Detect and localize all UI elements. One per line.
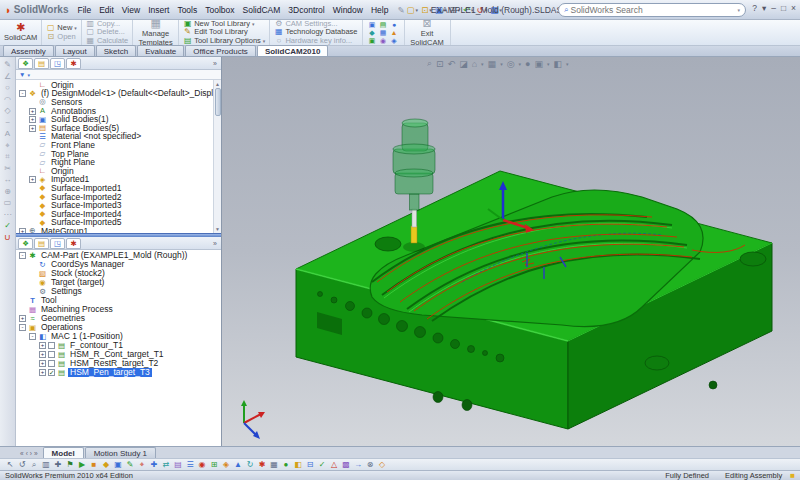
doc-tab-model[interactable]: Model <box>43 447 84 459</box>
expander-icon[interactable]: + <box>29 125 36 132</box>
text-tool-icon[interactable]: A <box>5 129 10 138</box>
menu-help[interactable]: Help <box>367 3 392 17</box>
expander-icon[interactable]: + <box>39 369 46 376</box>
expand-icon[interactable]: ⊞ <box>208 459 220 470</box>
tree-item-right-plane[interactable]: ▱Right Plane <box>16 158 221 167</box>
more-tools-icon[interactable]: ⋯ <box>4 210 12 219</box>
exit-group[interactable]: ⊠Exit SolidCAM <box>405 20 451 45</box>
layers-icon[interactable]: ▤ <box>172 459 184 470</box>
point-tool-icon[interactable]: ⌖ <box>5 141 10 150</box>
tree-item-sensors[interactable]: ◎Sensors <box>16 98 221 107</box>
help-dropdown[interactable]: ▾ <box>761 3 767 13</box>
offset-tool-icon[interactable]: ⊕ <box>4 187 11 196</box>
tab-office-products[interactable]: Office Products <box>185 45 256 56</box>
rectangle-tool-icon[interactable]: ▭ <box>4 198 12 207</box>
dropdown-icon[interactable]: ▾ <box>416 7 419 13</box>
tree-item-mategroup1[interactable]: +⊕MateGroup1 <box>16 227 221 233</box>
tab-sketch[interactable]: Sketch <box>96 45 136 56</box>
dropdown-icon[interactable]: ▾ <box>547 61 550 67</box>
search-dropdown-icon[interactable]: ▾ <box>737 7 740 13</box>
apply-scene-icon[interactable]: ▣ <box>534 59 543 69</box>
scroll-thumb[interactable] <box>215 88 221 116</box>
tree-scrollbar[interactable]: ▲ ▼ <box>213 80 221 233</box>
save-icon[interactable]: ▣ <box>434 5 444 15</box>
rotate-view-icon[interactable]: ↺ <box>16 459 28 470</box>
tree-item-f-designmodel-1-default-default-display-state-1[interactable]: -❖(f) DesignModel<1> (Default<<Default>_… <box>16 90 221 99</box>
expander-icon[interactable]: + <box>29 176 36 183</box>
filter-dropdown-icon[interactable]: ▾ <box>27 72 30 78</box>
configurationmanager-tab-icon[interactable]: ◳ <box>50 58 65 69</box>
dropdown-icon[interactable]: ▾ <box>566 61 569 67</box>
stock-icon[interactable]: ◉ <box>378 37 389 45</box>
expander-icon[interactable]: - <box>19 90 26 97</box>
expander-icon[interactable]: - <box>29 333 36 340</box>
confirm-icon[interactable]: ✓ <box>4 221 11 230</box>
featuremanager-tab-icon[interactable]: ❖ <box>18 238 33 249</box>
edit-op-icon[interactable]: ✎ <box>124 459 136 470</box>
target-diamond-icon[interactable]: ◆ <box>100 459 112 470</box>
pan-icon[interactable]: ▥ <box>40 459 52 470</box>
display-style-icon[interactable]: ▦ <box>488 59 497 69</box>
expander-icon[interactable]: + <box>29 108 36 115</box>
expander-icon[interactable]: + <box>19 315 26 322</box>
section-view-icon[interactable]: ◪ <box>459 59 468 69</box>
new-document-icon[interactable]: ▢ <box>406 5 416 15</box>
dropdown-icon[interactable]: ▾ <box>444 7 447 13</box>
diamond-outline-icon[interactable]: ◇ <box>376 459 388 470</box>
solidcam-group[interactable]: ✱SolidCAM <box>0 20 42 45</box>
tool-library-options-button[interactable]: ▤Tool Library Options▾ <box>183 37 265 45</box>
collapse-icon[interactable]: ⊟ <box>304 459 316 470</box>
help-button[interactable]: ? <box>751 3 758 13</box>
restore-button[interactable]: □ <box>780 3 787 13</box>
expander-icon[interactable]: + <box>29 116 36 123</box>
dropdown-icon[interactable]: ▾ <box>519 61 522 67</box>
panel-overflow-icon[interactable]: » <box>213 240 219 247</box>
rebuild-icon[interactable]: ↺ <box>476 5 485 15</box>
menu-view[interactable]: View <box>118 3 144 17</box>
triangle-icon[interactable]: △ <box>328 459 340 470</box>
mirror-tool-icon[interactable]: ↔ <box>4 175 12 184</box>
print-icon[interactable]: ⊟ <box>448 5 457 15</box>
cam-operations-icon[interactable]: ▤ <box>378 21 389 29</box>
operation-checkbox[interactable] <box>48 342 55 349</box>
tab-scroll-icon-1[interactable]: ‹ <box>26 450 28 457</box>
expander-icon[interactable]: - <box>19 324 26 331</box>
gem-icon[interactable]: ◈ <box>220 459 232 470</box>
dropdown-icon[interactable]: ▾ <box>485 7 488 13</box>
tab-evaluate[interactable]: Evaluate <box>137 45 184 56</box>
solidcam-manager-tab-icon[interactable]: ✱ <box>66 238 81 249</box>
tab-scroll-icon-0[interactable]: « <box>20 450 24 457</box>
zoom-area-icon[interactable]: ⊡ <box>436 59 444 69</box>
check-icon[interactable]: ✓ <box>316 459 328 470</box>
note-icon[interactable]: ■ <box>790 471 795 480</box>
edit-appearance-icon[interactable]: ● <box>525 59 530 69</box>
select-icon[interactable]: ↖ <box>4 459 16 470</box>
tree-item-front-plane[interactable]: ▱Front Plane <box>16 141 221 150</box>
tree-item-annotations[interactable]: +AAnnotations <box>16 107 221 116</box>
open-icon[interactable]: ⊡ <box>420 5 429 15</box>
update-icon[interactable]: U <box>5 233 11 242</box>
cam-tree-icon[interactable]: ▣ <box>367 21 378 29</box>
cam-flag-icon[interactable]: ⚑ <box>64 459 76 470</box>
tab-solidcam2010[interactable]: SolidCAM2010 <box>257 45 329 56</box>
minimize-button[interactable]: – <box>770 3 777 13</box>
dropdown-icon[interactable]: ▾ <box>429 7 432 13</box>
scroll-up-icon[interactable]: ▲ <box>215 81 220 87</box>
zoom-fit-icon[interactable]: ⌕ <box>427 58 432 69</box>
record-icon[interactable]: ◉ <box>196 459 208 470</box>
tree-item-hsm-pen-target-t3[interactable]: +✓▤HSM_Pen_target_T3 <box>16 368 221 377</box>
dropdown-icon[interactable]: ▾ <box>457 7 460 13</box>
simulate-icon[interactable]: ● <box>389 21 400 29</box>
grid-icon[interactable]: ▦ <box>268 459 280 470</box>
circle-tool-icon[interactable]: ○ <box>5 83 10 92</box>
tree-filter[interactable]: ▼ ▾ <box>16 70 221 80</box>
doc-tab-motion-study-1[interactable]: Motion Study 1 <box>85 447 156 459</box>
tab-scroll-icon-3[interactable]: » <box>34 450 38 457</box>
featuremanager-tab-icon[interactable]: ❖ <box>18 58 33 69</box>
dropdown-icon[interactable]: ▾ <box>500 61 503 67</box>
display-settings-icon[interactable]: ▦ <box>489 5 499 15</box>
tree-item-material-not-specified[interactable]: ☰Material <not specified> <box>16 133 221 142</box>
expander-icon[interactable]: + <box>19 228 26 233</box>
hatch-icon[interactable]: ▩ <box>340 459 352 470</box>
tree-item-coordsys-manager[interactable]: ↻CoordSys Manager <box>16 260 221 269</box>
